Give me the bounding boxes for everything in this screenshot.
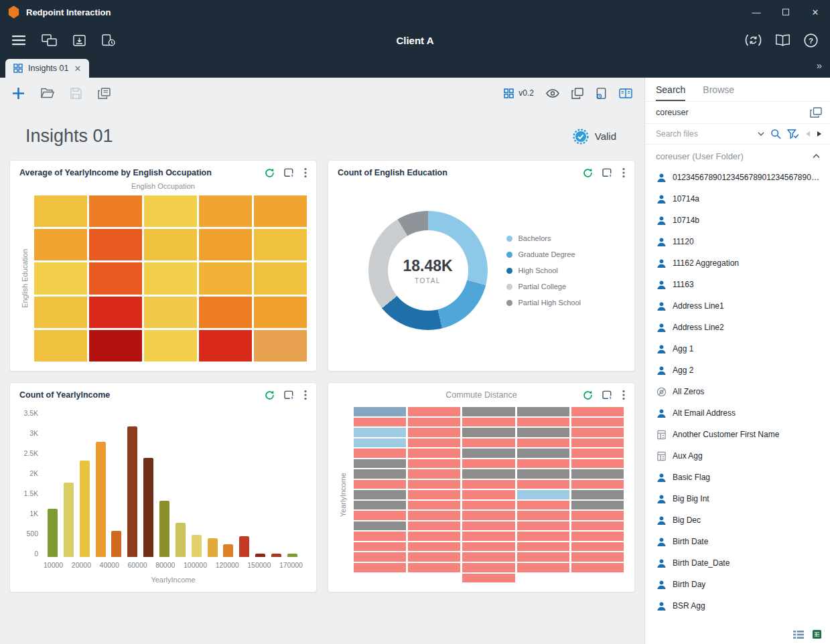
tab-insights-01[interactable]: Insights 01 ✕ (5, 59, 89, 78)
help-icon[interactable]: ? (804, 33, 818, 48)
list-item[interactable]: Birth Date (649, 531, 830, 552)
bar[interactable] (176, 523, 186, 557)
heatmap-cell[interactable] (199, 229, 252, 260)
heatmap-cell[interactable] (89, 330, 142, 361)
legend-item[interactable]: High School (506, 266, 595, 274)
duplicate-pages-icon[interactable] (571, 88, 583, 99)
card-menu-icon[interactable] (304, 167, 307, 178)
tab-browse[interactable]: Browse (703, 84, 734, 101)
heatmap-cell[interactable] (34, 297, 87, 328)
list-item[interactable]: BSR Agg (649, 595, 830, 617)
mosaic-cell[interactable] (517, 490, 569, 499)
list-item[interactable]: Address Line1 (649, 295, 830, 317)
mosaic-cell[interactable] (571, 480, 624, 489)
mosaic-cell[interactable] (408, 459, 460, 469)
heatmap-cell[interactable] (144, 229, 197, 260)
tab-close-icon[interactable]: ✕ (74, 64, 81, 73)
mosaic-cell[interactable] (462, 438, 514, 448)
heatmap-cell[interactable] (199, 330, 252, 361)
mosaic-cell[interactable] (571, 563, 624, 572)
next-page-icon[interactable] (817, 131, 822, 137)
mosaic-cell[interactable] (354, 438, 406, 448)
mosaic-cell[interactable] (354, 418, 406, 427)
heatmap-cell[interactable] (144, 297, 197, 328)
mosaic-cell[interactable] (517, 552, 569, 562)
mosaic-cell[interactable] (462, 511, 514, 520)
heatmap-cell[interactable] (254, 297, 307, 328)
mosaic-cell[interactable] (354, 563, 406, 572)
heatmap-cell[interactable] (34, 229, 87, 260)
mosaic-cell[interactable] (462, 563, 514, 572)
bar[interactable] (80, 461, 90, 557)
bar[interactable] (223, 544, 233, 557)
copy-path-icon[interactable] (810, 107, 822, 118)
mosaic-cell[interactable] (354, 449, 406, 458)
list-item[interactable]: Birth Date_Date (649, 552, 830, 574)
mosaic-cell[interactable] (462, 532, 514, 541)
heatmap-cell[interactable] (34, 262, 87, 294)
bar[interactable] (111, 531, 121, 557)
hamburger-menu-icon[interactable] (12, 35, 25, 46)
collapse-chevron-icon[interactable] (813, 154, 820, 159)
mosaic-cell[interactable] (462, 469, 514, 479)
bar[interactable] (159, 501, 169, 557)
documentation-book-icon[interactable] (775, 34, 790, 46)
card-menu-icon[interactable] (622, 390, 625, 400)
list-item[interactable]: 11120 (649, 231, 830, 252)
bar[interactable] (48, 509, 58, 557)
bar[interactable] (64, 483, 74, 557)
mosaic-cell[interactable] (408, 490, 460, 499)
mosaic-cell[interactable] (571, 521, 624, 531)
mosaic-cell[interactable] (408, 532, 460, 541)
mosaic-cell[interactable] (571, 552, 624, 562)
heatmap-cell[interactable] (199, 195, 252, 227)
mosaic-cell[interactable] (517, 418, 569, 427)
bar[interactable] (192, 535, 202, 557)
list-view-icon[interactable] (793, 630, 804, 639)
mosaic-cell[interactable] (571, 490, 624, 499)
mosaic-cell[interactable] (408, 418, 460, 427)
list-item[interactable]: All Zeros (649, 381, 830, 402)
folder-section-header[interactable]: coreuser (User Folder) (645, 145, 830, 167)
mosaic-cell[interactable] (408, 542, 460, 552)
heatmap-cell[interactable] (89, 195, 142, 227)
mosaic-cell[interactable] (517, 542, 569, 552)
mosaic-cell[interactable] (571, 532, 624, 541)
heatmap-cell[interactable] (144, 330, 197, 361)
legend-item[interactable]: Partial College (506, 283, 595, 291)
mosaic-cell[interactable] (571, 459, 624, 469)
open-folder-icon[interactable] (41, 88, 54, 98)
legend-item[interactable]: Bachelors (506, 234, 595, 242)
mosaic-cell[interactable] (408, 480, 460, 489)
mosaic-cell[interactable] (354, 552, 406, 562)
heatmap-cell[interactable] (89, 297, 142, 328)
heatmap-cell[interactable] (89, 262, 142, 294)
search-icon[interactable] (770, 129, 781, 139)
save-copy-icon[interactable] (98, 88, 111, 99)
mosaic-cell[interactable] (517, 459, 569, 469)
mosaic-cell[interactable] (462, 521, 514, 531)
mosaic-cell[interactable] (571, 542, 624, 552)
chevron-down-icon[interactable] (758, 132, 764, 136)
mosaic-cell[interactable] (571, 501, 624, 510)
heatmap-cell[interactable] (254, 195, 307, 227)
mosaic-cell[interactable] (408, 428, 460, 437)
minimize-button[interactable]: — (742, 0, 771, 24)
heatmap-cell[interactable] (34, 330, 87, 361)
save-icon[interactable] (70, 88, 82, 99)
mosaic-cell[interactable] (354, 459, 406, 469)
mosaic-cell[interactable] (408, 407, 460, 416)
refresh-icon[interactable] (583, 168, 593, 178)
mosaic-cell[interactable] (571, 438, 624, 448)
excel-export-icon[interactable] (812, 629, 822, 639)
mosaic-cell[interactable] (354, 407, 406, 416)
mosaic-cell[interactable] (462, 542, 514, 552)
export-icon[interactable] (73, 35, 86, 46)
folder-path-input[interactable] (656, 108, 810, 117)
mosaic-cell[interactable] (517, 532, 569, 541)
report-book-icon[interactable] (619, 88, 632, 98)
mosaic-cell[interactable] (462, 418, 514, 427)
legend-item[interactable]: Partial High School (506, 299, 595, 307)
list-item[interactable]: Big Big Int (649, 488, 830, 509)
heatmap-cell[interactable] (254, 330, 307, 361)
